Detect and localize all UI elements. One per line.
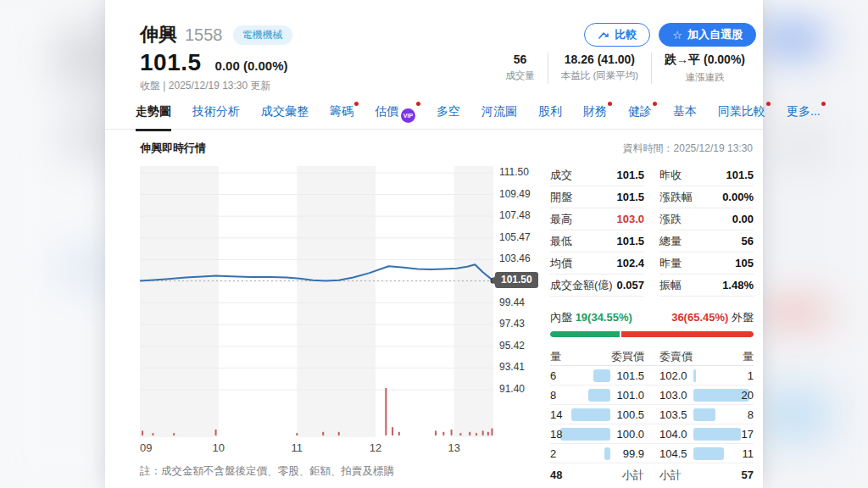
ask-side: 104.511 bbox=[659, 444, 754, 463]
header-stats: 56成交量18.26 (41.00)本益比 (同業平均)跌→平 (0.00%)連… bbox=[492, 53, 758, 84]
quote-row-總量: 總量56 bbox=[659, 230, 754, 252]
vip-icon: VIP bbox=[401, 108, 415, 123]
tab-健診[interactable]: 健診 bbox=[628, 99, 652, 129]
outer-value: 36(65.45%) bbox=[671, 311, 728, 324]
ask-subtotal: 57 bbox=[742, 469, 754, 481]
order-book-subtotal: 48 小計 小計 57 bbox=[550, 463, 754, 486]
notification-dot bbox=[608, 102, 612, 106]
quote-label: 最高 bbox=[550, 212, 572, 227]
inner-label: 內盤 bbox=[550, 311, 572, 324]
quote-label: 昨量 bbox=[659, 256, 682, 271]
tab-基本[interactable]: 基本 bbox=[673, 99, 697, 129]
quote-label: 總量 bbox=[659, 234, 682, 249]
compare-button[interactable]: 比較 bbox=[584, 23, 650, 47]
tab-籌碼[interactable]: 籌碼 bbox=[330, 99, 353, 129]
inner-outer-bar bbox=[550, 331, 754, 337]
quote-label: 昨收 bbox=[659, 168, 682, 183]
add-watchlist-button[interactable]: ☆ 加入自選股 bbox=[659, 23, 756, 47]
order-book-rows: 6101.5102.018101.0103.02014100.5103.5818… bbox=[550, 366, 754, 463]
quote-row-振幅: 振幅1.48% bbox=[659, 274, 754, 297]
stock-page: 伸興 1558 電機機械 比較 ☆ 加入自選股 101.5 0.00 (0.00… bbox=[105, 0, 763, 488]
quote-label: 最低 bbox=[550, 234, 572, 249]
y-tick-label: 107.48 bbox=[499, 209, 531, 221]
outer-bar-segment bbox=[621, 331, 754, 337]
order-book-row[interactable]: 18100.0104.017 bbox=[550, 424, 754, 444]
x-tick-label: 12 bbox=[370, 441, 381, 454]
ask-side: 103.58 bbox=[659, 405, 754, 424]
ask-price: 103.5 bbox=[659, 408, 687, 421]
header-stat-1: 18.26 (41.00)本益比 (同業平均) bbox=[548, 53, 651, 84]
order-book-row[interactable]: 8101.0103.020 bbox=[550, 385, 754, 405]
tab-股利[interactable]: 股利 bbox=[538, 99, 562, 129]
bid-subtotal-label: 小計 bbox=[622, 468, 644, 483]
inner-bar-segment bbox=[550, 331, 620, 337]
intraday-chart[interactable] bbox=[140, 166, 493, 437]
tab-河流圖[interactable]: 河流圖 bbox=[481, 99, 517, 129]
bid-price: 100.5 bbox=[616, 408, 644, 421]
ask-volume: 8 bbox=[748, 408, 754, 421]
chart-x-axis: 0910111213 bbox=[140, 441, 493, 457]
y-tick-label: 105.47 bbox=[499, 231, 531, 243]
y-tick-label: 95.42 bbox=[499, 340, 525, 352]
quote-value: 0.00 bbox=[732, 213, 754, 225]
quote-row-均價: 均價102.4 bbox=[550, 252, 644, 274]
quote-label: 成交金額(億) bbox=[550, 278, 613, 293]
x-tick-label: 09 bbox=[140, 441, 152, 454]
tab-同業比較[interactable]: 同業比較 bbox=[718, 99, 765, 129]
stat-label: 成交量 bbox=[505, 69, 535, 82]
quote-panel: 成交101.5開盤101.5最高103.0最低101.5均價102.4成交金額(… bbox=[550, 164, 754, 486]
ask-volume-bar bbox=[693, 369, 696, 382]
inner-outer-header: 內盤 19(34.55%) 36(65.45%) 外盤 bbox=[550, 310, 754, 325]
order-book-row[interactable]: 6101.5102.01 bbox=[550, 366, 754, 385]
ask-volume-bar bbox=[693, 428, 741, 441]
y-tick-label: 91.40 bbox=[499, 383, 525, 395]
quote-label: 均價 bbox=[550, 256, 572, 271]
x-tick-label: 10 bbox=[212, 441, 224, 454]
tab-更多...[interactable]: 更多... bbox=[787, 99, 821, 129]
tab-技術分析[interactable]: 技術分析 bbox=[192, 99, 240, 129]
ask-volume-bar bbox=[693, 408, 715, 421]
tab-成交彙整[interactable]: 成交彙整 bbox=[261, 99, 309, 129]
x-tick-label: 11 bbox=[292, 441, 303, 454]
order-book-row[interactable]: 14100.5103.58 bbox=[550, 405, 754, 424]
tab-多空[interactable]: 多空 bbox=[437, 99, 460, 129]
tab-財務[interactable]: 財務 bbox=[583, 99, 607, 129]
chart-svg bbox=[140, 166, 493, 437]
price-update-meta: 收盤 | 2025/12/19 13:30 更新 bbox=[140, 79, 271, 93]
stock-name: 伸興 bbox=[140, 22, 177, 47]
chart-y-axis: 111.50109.49107.48105.47103.4699.4497.43… bbox=[499, 166, 542, 437]
stat-label: 連漲連跌 bbox=[665, 71, 745, 84]
current-price: 101.5 bbox=[140, 49, 202, 76]
quote-col-right: 昨收101.5漲跌幅0.00%漲跌0.00總量56昨量105振幅1.48% bbox=[659, 164, 754, 297]
ask-volume: 17 bbox=[742, 428, 754, 441]
compare-button-label: 比較 bbox=[615, 27, 637, 42]
page: 伸興 1558 電機機械 比較 ☆ 加入自選股 101.5 0.00 (0.00… bbox=[0, 0, 868, 488]
current-price-badge: 101.50 bbox=[495, 272, 538, 288]
bid-volume: 18 bbox=[550, 428, 562, 441]
notification-dot bbox=[354, 102, 359, 106]
stock-header: 伸興 1558 電機機械 比較 ☆ 加入自選股 bbox=[140, 22, 756, 47]
ask-side: 103.020 bbox=[659, 385, 754, 404]
quote-label: 振幅 bbox=[659, 278, 682, 293]
tab-走勢圖[interactable]: 走勢圖 bbox=[136, 99, 171, 131]
y-tick-label: 103.46 bbox=[499, 252, 531, 264]
bid-volume-bar bbox=[604, 447, 610, 460]
industry-tag[interactable]: 電機機械 bbox=[233, 25, 292, 45]
ask-volume: 20 bbox=[742, 389, 754, 402]
bid-side: 6101.5 bbox=[550, 366, 644, 385]
quote-label: 成交 bbox=[550, 168, 572, 183]
order-book-row[interactable]: 299.9104.511 bbox=[550, 444, 754, 463]
x-tick-label: 13 bbox=[448, 441, 459, 454]
stock-code: 1558 bbox=[185, 25, 223, 45]
quote-col-left: 成交101.5開盤101.5最高103.0最低101.5均價102.4成交金額(… bbox=[550, 164, 644, 297]
tab-估價[interactable]: 估價VIP bbox=[375, 99, 415, 132]
quote-value: 102.4 bbox=[616, 257, 644, 269]
quote-value: 105 bbox=[735, 257, 754, 269]
quote-row-開盤: 開盤101.5 bbox=[550, 186, 644, 208]
quote-row-昨量: 昨量105 bbox=[659, 252, 754, 274]
bid-volume: 8 bbox=[550, 389, 556, 402]
y-tick-label: 93.41 bbox=[499, 361, 525, 373]
bid-volume-bar bbox=[571, 408, 610, 421]
ask-subtotal-label: 小計 bbox=[659, 468, 682, 483]
price-change: 0.00 (0.00%) bbox=[215, 58, 288, 73]
